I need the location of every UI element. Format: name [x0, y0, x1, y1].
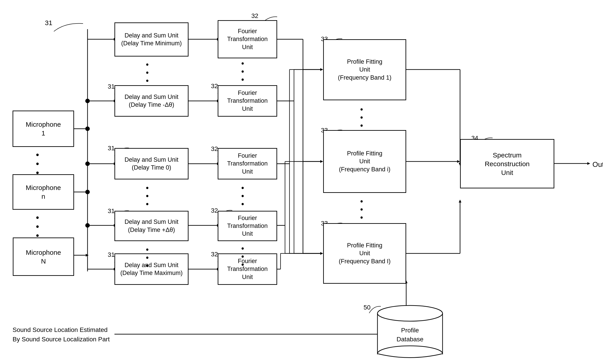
svg-marker-4 — [86, 191, 89, 193]
svg-text:Database: Database — [396, 336, 423, 343]
ref-31-dsu5: 31 — [108, 251, 115, 258]
ref-31-main: 31 — [45, 19, 52, 27]
pfu-2-label: Profile Fitting Unit (Frequency Band i) — [339, 150, 391, 173]
pfu-1-box: Profile Fitting Unit (Frequency Band 1) — [323, 39, 406, 100]
ref-31-dsu3: 31 — [108, 145, 115, 152]
profile-db-svg: Profile Database — [377, 304, 443, 359]
ref-32-ftu2: 32 — [211, 82, 218, 90]
ref-32-ftu4: 32 — [211, 207, 218, 214]
dots-pfu-2-3: ••• — [360, 197, 363, 222]
svg-marker-7 — [86, 254, 89, 257]
svg-point-13 — [85, 99, 90, 103]
dsu-2-box: Delay and Sum Unit (Delay Time -Δθ) — [115, 85, 188, 117]
dots-ftu-4-5: ••• — [241, 244, 244, 269]
ftu-2-box: Fourier Transformation Unit — [218, 85, 277, 117]
svg-point-5 — [85, 190, 90, 194]
svg-point-16 — [85, 161, 90, 166]
svg-marker-66 — [457, 160, 460, 163]
dsu-3-box: Delay and Sum Unit (Delay Time 0) — [115, 148, 188, 179]
microphone-N-label: Microphone N — [26, 248, 61, 266]
dsu-5-label: Delay and Sum Unit (Delay Time Maximum) — [120, 261, 183, 277]
dots-mic-1-n: ••• — [36, 150, 39, 177]
svg-marker-69 — [459, 200, 461, 203]
pfu-3-label: Profile Fitting Unit (Frequency Band I) — [339, 241, 391, 265]
dsu-4-box: Delay and Sum Unit (Delay Time +Δθ) — [115, 211, 188, 241]
ref-32-ftu5: 32 — [211, 251, 218, 258]
sru-box: Spectrum Reconstruction Unit — [460, 139, 554, 188]
dots-dsu-4-5: ••• — [146, 246, 149, 270]
svg-text:Profile: Profile — [401, 327, 419, 334]
microphone-1-box: Microphone 1 — [12, 111, 74, 147]
dsu-1-box: Delay and Sum Unit (Delay Time Minimum) — [115, 23, 188, 57]
dots-pfu-1-2: ••• — [360, 105, 363, 130]
svg-point-78 — [377, 346, 442, 359]
svg-rect-76 — [377, 313, 442, 354]
dots-ftu-3-4: ••• — [241, 184, 244, 208]
dsu-4-label: Delay and Sum Unit (Delay Time +Δθ) — [125, 218, 178, 234]
ftu-4-label: Fourier Transformation Unit — [227, 214, 268, 238]
dsu-1-label: Delay and Sum Unit (Delay Time Minimum) — [121, 32, 182, 47]
ref-31-dsu2: 31 — [108, 83, 115, 90]
sru-label: Spectrum Reconstruction Unit — [485, 151, 530, 177]
ftu-1-box: Fourier Transformation Unit — [218, 20, 277, 58]
svg-marker-73 — [388, 333, 391, 336]
ref-31-dsu4: 31 — [108, 207, 115, 215]
svg-marker-41 — [320, 252, 323, 255]
ftu-2-label: Fourier Transformation Unit — [227, 89, 268, 113]
ftu-3-box: Fourier Transformation Unit — [218, 148, 277, 179]
svg-marker-38 — [320, 160, 323, 163]
svg-marker-35 — [320, 68, 323, 71]
dsu-2-label: Delay and Sum Unit (Delay Time -Δθ) — [125, 93, 178, 109]
ftu-4-box: Fourier Transformation Unit — [218, 211, 277, 241]
dots-dsu-3-4: ••• — [146, 184, 149, 208]
dsu-5-box: Delay and Sum Unit (Delay Time Maximum) — [115, 253, 188, 285]
sound-source-text: Sound Source Location Estimated By Sound… — [12, 325, 110, 344]
svg-marker-1 — [86, 127, 89, 130]
dots-ftu-1-2: ••• — [241, 59, 244, 84]
ftu-1-label: Fourier Transformation Unit — [227, 27, 268, 51]
pfu-1-label: Profile Fitting Unit (Frequency Band 1) — [338, 58, 392, 81]
svg-point-2 — [85, 126, 90, 131]
microphone-n-label: Microphone n — [26, 183, 61, 201]
dots-mic-n-N: ••• — [36, 213, 39, 240]
microphone-1-label: Microphone 1 — [26, 120, 61, 137]
ref-50: 50 — [364, 304, 371, 311]
ftu-5-label: Fourier Transformation Unit — [227, 257, 268, 281]
pfu-3-box: Profile Fitting Unit (Frequency Band I) — [323, 223, 406, 284]
svg-point-77 — [377, 306, 442, 321]
ftu-3-label: Fourier Transformation Unit — [227, 152, 268, 175]
dots-dsu-1-2: ••• — [146, 61, 149, 85]
pfu-2-box: Profile Fitting Unit (Frequency Band i) — [323, 130, 406, 193]
output-label: Output — [592, 160, 603, 169]
microphone-N-box: Microphone N — [13, 238, 74, 276]
diagram: 31 Microphone 1 ••• Microphone n ••• Mic… — [0, 0, 603, 364]
microphone-n-box: Microphone n — [12, 174, 74, 210]
dsu-3-label: Delay and Sum Unit (Delay Time 0) — [125, 156, 178, 171]
svg-rect-79 — [377, 354, 442, 359]
ref-32-ftu3: 32 — [211, 145, 218, 152]
svg-marker-71 — [587, 162, 590, 165]
svg-point-19 — [85, 223, 90, 228]
ftu-5-box: Fourier Transformation Unit — [218, 253, 277, 285]
ref-32-ftu1: 32 — [251, 12, 258, 20]
